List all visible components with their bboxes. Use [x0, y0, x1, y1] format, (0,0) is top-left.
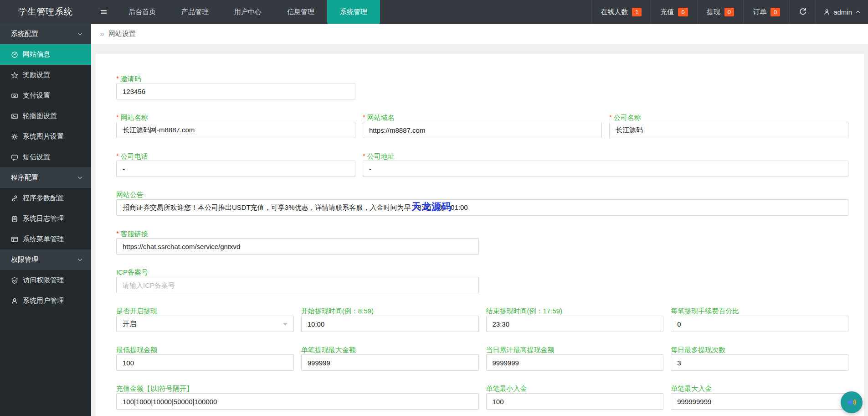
stat-orders-badge: 0: [770, 8, 780, 16]
icp-input[interactable]: [116, 277, 479, 293]
field-label: 开始提现时间(例：8:59): [301, 307, 374, 315]
field-site-domain: *网站域名: [363, 113, 602, 138]
breadcrumb-chevrons-icon: »: [100, 30, 104, 38]
field-site-name: *网站名称: [116, 113, 355, 138]
section-label: 系统配置: [11, 30, 38, 38]
tab-information[interactable]: 信息管理: [274, 0, 327, 24]
field-deposit-max: 单笔最大入金: [671, 384, 848, 410]
tab-system[interactable]: 系统管理: [327, 0, 380, 24]
sidebar-item-system-users[interactable]: 系统用户管理: [0, 291, 91, 311]
withdraw-fee-input[interactable]: [671, 316, 848, 332]
sidebar-item-label: 程序参数配置: [23, 194, 64, 203]
sidebar-section-program-config[interactable]: 程序配置: [0, 167, 91, 188]
field-label: 公司名称: [614, 114, 641, 121]
field-icp: ICP备案号: [116, 268, 479, 293]
sidebar-item-label: 网站信息: [23, 50, 50, 59]
sidebar-item-site-info[interactable]: 网站信息: [0, 44, 91, 65]
field-deposit-min: 单笔最小入金: [486, 384, 664, 410]
stat-orders-label: 订单: [753, 8, 766, 16]
withdraw-max-daily-input[interactable]: [486, 354, 664, 371]
site-domain-input[interactable]: [363, 122, 602, 138]
main-content: » 网站设置 *邀请码 *网站名称 *网站域名 *公司名称: [91, 24, 868, 416]
sidebar-item-system-images[interactable]: 系统图片设置: [0, 126, 91, 147]
field-label: 单笔最小入金: [486, 385, 527, 392]
person-icon: [823, 9, 830, 16]
sidebar-item-program-params[interactable]: 程序参数配置: [0, 188, 91, 208]
withdraw-max-single-input[interactable]: [301, 354, 479, 371]
company-address-input[interactable]: [363, 161, 848, 177]
field-label: 单笔提现最大金额: [301, 346, 356, 354]
sidebar-item-label: 系统用户管理: [23, 296, 64, 305]
stat-online[interactable]: 在线人数 1: [591, 0, 651, 24]
company-name-input[interactable]: [609, 122, 848, 138]
field-label: 每笔提现手续费百分比: [671, 307, 739, 315]
user-menu[interactable]: admin: [816, 0, 868, 24]
field-label: 单笔最大入金: [671, 385, 712, 392]
layout-icon: [11, 236, 18, 243]
sidebar-item-label: 轮播图设置: [23, 112, 57, 120]
stat-online-label: 在线人数: [601, 8, 628, 16]
sidebar-section-system-config[interactable]: 系统配置: [0, 24, 91, 44]
dashboard-icon: [11, 51, 18, 58]
stat-recharge[interactable]: 充值 0: [651, 0, 697, 24]
sidebar-item-label: 访问权限管理: [23, 276, 64, 285]
required-asterisk: *: [609, 113, 612, 121]
field-label: 是否开启提现: [116, 307, 157, 315]
tab-dashboard[interactable]: 后台首页: [116, 0, 169, 24]
announcement-input[interactable]: [116, 199, 848, 216]
field-announcement: 网站公告: [116, 190, 848, 216]
required-asterisk: *: [363, 152, 365, 160]
field-label: 当日累计最高提现金额: [486, 346, 555, 354]
field-label: 客服链接: [121, 230, 148, 238]
stat-orders[interactable]: 订单 0: [743, 0, 789, 24]
field-label: 邀请码: [121, 75, 141, 83]
required-asterisk: *: [363, 113, 365, 121]
field-label: 最低提现金额: [116, 346, 157, 354]
site-name-input[interactable]: [116, 122, 355, 138]
stat-withdraw[interactable]: 提现 0: [697, 0, 743, 24]
username: admin: [833, 8, 852, 16]
field-withdraw-enabled: 是否开启提现 开启: [116, 307, 294, 332]
field-company-name: *公司名称: [609, 113, 848, 138]
withdraw-end-input[interactable]: [486, 316, 664, 332]
field-label: 公司地址: [367, 152, 395, 160]
sidebar-section-permissions[interactable]: 权限管理: [0, 250, 91, 270]
tab-products[interactable]: 产品管理: [169, 0, 221, 24]
sidebar-item-system-logs[interactable]: 系统日志管理: [0, 208, 91, 229]
hamburger-icon[interactable]: [91, 0, 116, 24]
refresh-icon[interactable]: [789, 0, 816, 24]
sidebar-item-reward-settings[interactable]: 奖励设置: [0, 65, 91, 85]
sidebar-item-label: 系统图片设置: [23, 132, 64, 141]
sidebar-item-carousel-settings[interactable]: 轮播图设置: [0, 106, 91, 126]
sidebar-item-access-permissions[interactable]: 访问权限管理: [0, 270, 91, 291]
sidebar-item-system-menus[interactable]: 系统菜单管理: [0, 229, 91, 250]
sidebar: 系统配置 网站信息 奖励设置 支付设置 轮播图设置 系统图片设置 短信设置 程序…: [0, 24, 91, 416]
payment-icon: [11, 92, 18, 99]
stat-recharge-badge: 0: [678, 8, 688, 16]
withdraw-min-input[interactable]: [116, 354, 294, 371]
withdraw-enabled-select[interactable]: 开启: [116, 316, 294, 332]
field-label: 网站名称: [121, 114, 148, 121]
sidebar-item-payment-settings[interactable]: 支付设置: [0, 85, 91, 106]
tab-users[interactable]: 用户中心: [221, 0, 274, 24]
navbar-spacer: [380, 0, 591, 24]
invite-code-input[interactable]: [116, 83, 355, 99]
withdraw-start-input[interactable]: [301, 316, 479, 332]
field-label: 每日最多提现次数: [671, 346, 725, 354]
audio-notification-button[interactable]: [841, 391, 863, 413]
shield-icon: [11, 277, 18, 284]
sidebar-item-sms-settings[interactable]: 短信设置: [0, 147, 91, 167]
top-menu: 后台首页 产品管理 用户中心 信息管理 系统管理: [116, 0, 380, 24]
deposit-min-input[interactable]: [486, 393, 664, 410]
field-label: 网站域名: [367, 114, 395, 121]
deposit-max-input[interactable]: [671, 393, 848, 410]
chevron-down-icon: [77, 31, 83, 37]
company-phone-input[interactable]: [116, 161, 355, 177]
service-link-input[interactable]: [116, 238, 479, 255]
stat-online-badge: 1: [632, 8, 642, 16]
app-title: 学生管理系统: [0, 0, 91, 24]
recharge-amounts-input[interactable]: [116, 393, 479, 410]
field-label: 充值金额【以|符号隔开】: [116, 385, 193, 392]
image-icon: [11, 113, 18, 120]
withdraw-times-input[interactable]: [671, 354, 848, 371]
